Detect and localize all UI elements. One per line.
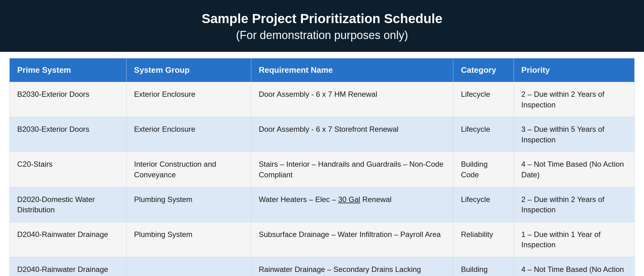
cell-system-group: Interior Construction and Conveyance [126,152,251,187]
page-title: Sample Project Prioritization Schedule [13,11,631,26]
col-header-priority: Priority [514,58,634,82]
cell-prime-system: D2040-Rainwater Drainage [10,257,127,276]
cell-prime-system: D2020-Domestic Water Distribution [10,187,127,222]
col-header-category: Category [453,58,514,82]
table-row: B2030-Exterior DoorsExterior EnclosureDo… [10,82,635,117]
cell-category: Reliability [453,222,514,257]
table-row: D2040-Rainwater DrainagePlumbing SystemS… [10,222,635,257]
cell-priority: 2 – Due within 2 Years of Inspection [514,187,634,222]
cell-priority: 4 – Not Time Based (No Action Date) [514,152,634,187]
cell-priority: 1 – Due within 1 Year of Inspection [514,222,634,257]
cell-prime-system: C20-Stairs [10,152,127,187]
cell-requirement-name: Stairs – Interior – Handrails and Guardr… [251,152,453,187]
col-header-system-group: System Group [126,58,251,82]
cell-prime-system: B2030-Exterior Doors [10,117,127,152]
cell-system-group: Plumbing System [126,222,251,257]
cell-category: Lifecycle [453,82,514,117]
cell-system-group [126,257,251,276]
col-header-requirement-name: Requirement Name [251,58,453,82]
cell-category: Lifecycle [453,117,514,152]
cell-prime-system: D2040-Rainwater Drainage [10,222,127,257]
col-header-prime-system: Prime System [10,58,127,82]
cell-category: Building Code [453,152,514,187]
cell-category: Building Code [453,257,514,276]
cell-priority: 2 – Due within 2 Years of Inspection [514,82,634,117]
table-header-row: Prime System System Group Requirement Na… [10,58,635,82]
table-row: B2030-Exterior DoorsExterior EnclosureDo… [10,117,635,152]
table-row: D2040-Rainwater DrainageRainwater Draina… [10,257,635,276]
requirement-text-part1: Water Heaters – Elec – [259,195,338,204]
page-wrapper: Sample Project Prioritization Schedule (… [0,0,644,276]
cell-requirement-name: Door Assembly - 6 x 7 HM Renewal [251,82,453,117]
cell-system-group: Exterior Enclosure [126,117,251,152]
table-row: D2020-Domestic Water DistributionPlumbin… [10,187,635,222]
table-container: Prime System System Group Requirement Na… [0,52,644,276]
prioritization-table: Prime System System Group Requirement Na… [9,58,635,276]
cell-priority: 3 – Due within 5 Years of Inspection [514,117,634,152]
requirement-text-part2: Renewal [360,195,391,204]
cell-requirement-name: Subsurface Drainage – Water Infiltration… [251,222,453,257]
page-header: Sample Project Prioritization Schedule (… [0,0,644,52]
cell-system-group: Exterior Enclosure [126,82,251,117]
cell-category: Lifecycle [453,187,514,222]
cell-system-group: Plumbing System [126,187,251,222]
table-row: C20-StairsInterior Construction and Conv… [10,152,635,187]
cell-requirement-name: Rainwater Drainage – Secondary Drains La… [251,257,453,276]
cell-requirement-name: Water Heaters – Elec – 30 Gal Renewal [251,187,453,222]
cell-requirement-name: Door Assembly - 6 x 7 Storefront Renewal [251,117,453,152]
cell-priority: 4 – Not Time Based (No Action Date) [514,257,634,276]
requirement-text-underlined: 30 Gal [338,195,360,204]
cell-prime-system: B2030-Exterior Doors [10,82,127,117]
page-subtitle: (For demonstration purposes only) [13,29,631,42]
